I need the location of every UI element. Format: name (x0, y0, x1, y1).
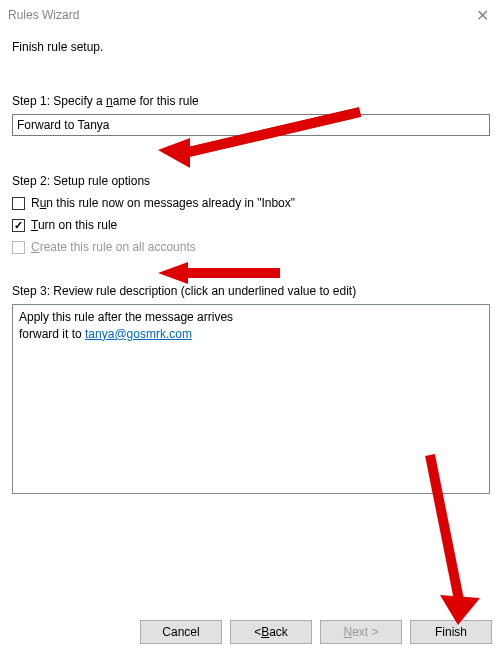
desc-line-1: Apply this rule after the message arrive… (19, 309, 483, 326)
rule-name-input[interactable] (12, 114, 490, 136)
desc-line-2: forward it to tanya@gosmrk.com (19, 326, 483, 343)
run-now-checkbox[interactable]: Run this rule now on messages already in… (12, 196, 490, 210)
cancel-button[interactable]: Cancel (140, 620, 222, 644)
checkbox-icon (12, 241, 25, 254)
dialog-buttons: Cancel < Back Next > Finish (140, 620, 492, 644)
step1-label: Step 1: Specify a name for this rule (12, 94, 490, 108)
page-heading: Finish rule setup. (12, 40, 490, 54)
all-accounts-checkbox: Create this rule on all accounts (12, 240, 490, 254)
checkbox-icon (12, 219, 25, 232)
rule-description-box[interactable]: Apply this rule after the message arrive… (12, 304, 490, 494)
turn-on-checkbox[interactable]: Turn on this rule (12, 218, 490, 232)
title-bar: Rules Wizard ✕ (0, 0, 502, 30)
step2-label: Step 2: Setup rule options (12, 174, 490, 188)
next-button: Next > (320, 620, 402, 644)
step3-label: Step 3: Review rule description (click a… (12, 284, 490, 298)
checkbox-icon (12, 197, 25, 210)
window-title: Rules Wizard (8, 8, 462, 22)
forward-email-link[interactable]: tanya@gosmrk.com (85, 327, 192, 341)
close-icon: ✕ (476, 6, 489, 25)
close-button[interactable]: ✕ (462, 0, 502, 30)
finish-button[interactable]: Finish (410, 620, 492, 644)
back-button[interactable]: < Back (230, 620, 312, 644)
